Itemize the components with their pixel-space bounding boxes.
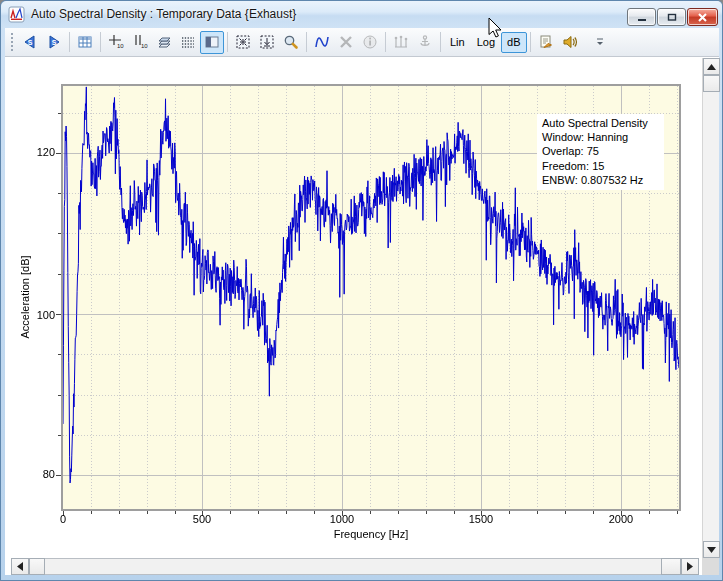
dotted-rows-view-icon — [180, 34, 196, 50]
svg-text:S: S — [28, 39, 33, 46]
x-axis-title: Frequency [Hz] — [289, 528, 453, 540]
export-report-icon — [538, 34, 554, 50]
magnifier-icon — [283, 34, 299, 50]
peak-markers-button[interactable] — [389, 31, 413, 54]
sound-button[interactable] — [558, 31, 582, 54]
minimize-icon — [637, 13, 647, 22]
cascade-view-icon — [156, 34, 172, 50]
annotation-line: Auto Spectral Density — [542, 116, 659, 130]
lin-scale-button[interactable]: Lin — [444, 32, 471, 53]
scroll-right-button[interactable] — [681, 558, 699, 575]
harmonic-cursor-button[interactable]: 10 — [128, 31, 152, 54]
log-scale-button[interactable]: Log — [471, 32, 501, 53]
annotation-line: Window: Hanning — [542, 130, 659, 144]
zoom-selection-button[interactable] — [255, 31, 279, 54]
scrollbar-corner — [702, 558, 719, 575]
x-tick-label: 1500 — [459, 513, 503, 526]
scroll-left-button[interactable] — [11, 558, 29, 575]
vertical-scroll-thumb[interactable] — [703, 75, 720, 92]
horizontal-scroll-track[interactable] — [45, 558, 661, 575]
toolbar-separator — [440, 32, 441, 52]
svg-text:S: S — [52, 39, 57, 46]
overflow-chevron-icon — [595, 37, 605, 47]
restore-icon — [667, 12, 677, 22]
arrow-down-icon — [707, 547, 716, 553]
info-button[interactable] — [358, 31, 382, 54]
previous-signal-icon: S — [22, 34, 38, 50]
zoom-in-region-button[interactable] — [231, 31, 255, 54]
x-tick-label: 1000 — [320, 513, 364, 526]
cascade-view-button[interactable] — [152, 31, 176, 54]
x-tick-label: 0 — [41, 513, 85, 526]
next-signal-button[interactable]: S — [42, 31, 66, 54]
svg-text:10: 10 — [141, 43, 148, 49]
window-title: Auto Spectral Density : Temporary Data {… — [31, 1, 296, 28]
cursor-step-button[interactable]: 10 — [104, 31, 128, 54]
toolbar-separator — [100, 32, 101, 52]
toolbar-separator — [530, 32, 531, 52]
toolbar-separator — [69, 32, 70, 52]
split-panels-view-button[interactable] — [200, 31, 224, 54]
pan-step-left[interactable] — [29, 558, 45, 575]
zoom-reset-button[interactable] — [279, 31, 303, 54]
anchor-icon — [417, 34, 433, 50]
delete-x-icon — [338, 34, 354, 50]
anchor-button[interactable] — [413, 31, 437, 54]
peak-markers-icon — [393, 34, 409, 50]
toolbar-separator — [385, 32, 386, 52]
export-report-button[interactable] — [534, 31, 558, 54]
x-tick-label: 2000 — [599, 513, 643, 526]
delete-curve-button[interactable] — [334, 31, 358, 54]
pan-step-right[interactable] — [661, 558, 681, 575]
app-window: Auto Spectral Density : Temporary Data {… — [0, 0, 723, 581]
arrow-right-icon — [687, 562, 693, 571]
scroll-up-button[interactable] — [703, 58, 720, 75]
toolbar-separator — [227, 32, 228, 52]
annotation-box: Auto Spectral Density Window: Hanning Ov… — [537, 114, 664, 190]
next-signal-icon: S — [46, 34, 62, 50]
previous-signal-button[interactable]: S — [18, 31, 42, 54]
x-tick-label: 500 — [180, 513, 224, 526]
annotation-line: Overlap: 75 — [542, 144, 659, 158]
toolbar-grip[interactable] — [10, 33, 15, 51]
app-icon — [8, 6, 25, 23]
zoom-in-region-icon — [235, 34, 251, 50]
data-grid-button[interactable] — [73, 31, 97, 54]
vertical-scrollbar[interactable] — [702, 58, 719, 558]
annotation-line: ENBW: 0.807532 Hz — [542, 173, 659, 187]
close-button[interactable] — [687, 8, 718, 26]
info-icon — [362, 34, 378, 50]
y-tick-label: 100 — [29, 309, 55, 322]
horizontal-scrollbar[interactable] — [11, 558, 699, 575]
curve-fit-icon — [314, 34, 330, 50]
speaker-icon — [562, 34, 578, 50]
y-tick-label: 80 — [29, 468, 55, 481]
scroll-down-button[interactable] — [703, 541, 720, 558]
zoom-selection-icon — [259, 34, 275, 50]
minimize-button[interactable] — [627, 8, 656, 26]
curve-fit-button[interactable] — [310, 31, 334, 54]
annotation-line: Freedom: 15 — [542, 159, 659, 173]
cursor-step-10-icon: 10 — [108, 34, 124, 50]
y-tick-label: 120 — [29, 146, 55, 159]
arrow-left-icon — [17, 562, 23, 571]
y-axis-title: Acceleration [dB] — [19, 255, 31, 338]
toolbar: S S 10 10 — [5, 28, 719, 57]
svg-text:10: 10 — [117, 43, 124, 49]
close-icon — [697, 12, 708, 23]
dotted-rows-view-button[interactable] — [176, 31, 200, 54]
harmonic-cursor-10-icon: 10 — [132, 34, 148, 50]
restore-button[interactable] — [657, 8, 686, 26]
toolbar-overflow-button[interactable] — [588, 31, 612, 54]
toolbar-separator — [306, 32, 307, 52]
arrow-up-icon — [707, 64, 716, 70]
split-panels-view-icon — [204, 34, 220, 50]
titlebar[interactable]: Auto Spectral Density : Temporary Data {… — [1, 1, 723, 28]
data-grid-icon — [77, 34, 93, 50]
db-scale-button[interactable]: dB — [501, 32, 526, 53]
